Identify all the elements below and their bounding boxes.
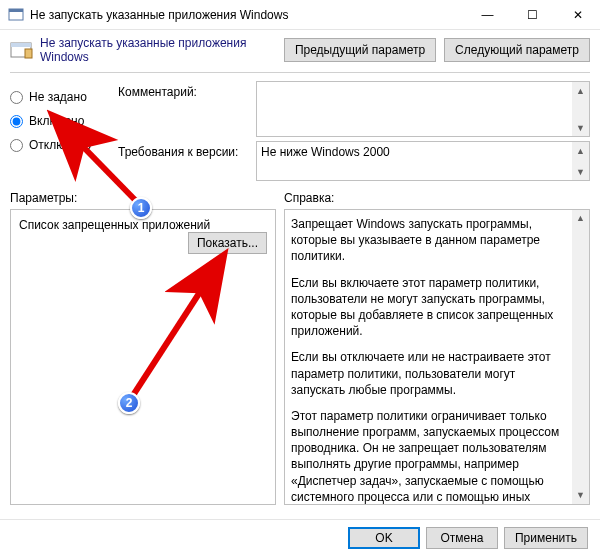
help-panel: Запрещает Windows запускать программы, к… [284,209,590,505]
help-text: Этот параметр политики ограничивает толь… [291,408,567,505]
help-text: Запрещает Windows запускать программы, к… [291,216,567,265]
comment-textarea[interactable]: ▲ ▼ [256,81,590,137]
comment-label: Комментарий: [118,81,248,141]
blocked-apps-label: Список запрещенных приложений [19,218,210,232]
radio-enabled-input[interactable] [10,115,23,128]
svg-rect-1 [9,9,23,12]
svg-rect-3 [11,43,31,47]
header: Не запускать указанные приложения Window… [0,30,600,72]
next-setting-button[interactable]: Следующий параметр [444,38,590,62]
upper-section: Не задано Включено Отключено Комментарий… [0,79,600,181]
radio-disabled-label: Отключено [29,138,91,152]
radio-disabled-input[interactable] [10,139,23,152]
radio-not-configured[interactable]: Не задано [10,85,110,109]
radio-not-configured-label: Не задано [29,90,87,104]
cancel-button[interactable]: Отмена [426,527,498,549]
scroll-up-icon[interactable]: ▲ [572,82,589,99]
field-labels: Комментарий: Требования к версии: [118,81,248,181]
show-button[interactable]: Показать... [188,232,267,254]
scroll-down-icon[interactable]: ▼ [572,163,589,180]
header-title: Не запускать указанные приложения Window… [40,36,276,64]
requirements-value: Не ниже Windows 2000 [261,145,390,159]
scroll-up-icon[interactable]: ▲ [572,210,589,227]
requirements-box: Не ниже Windows 2000 ▲ ▼ [256,141,590,181]
scrollbar[interactable]: ▲ ▼ [572,142,589,180]
section-labels: Параметры: Справка: [0,181,600,209]
maximize-button[interactable]: ☐ [510,0,555,30]
scrollbar[interactable]: ▲ ▼ [572,82,589,136]
prev-setting-button[interactable]: Предыдущий параметр [284,38,436,62]
lower-section: Список запрещенных приложений Показать..… [0,209,600,511]
apply-button[interactable]: Применить [504,527,588,549]
scrollbar[interactable]: ▲ ▼ [572,210,589,504]
scroll-down-icon[interactable]: ▼ [572,487,589,504]
parameters-panel: Список запрещенных приложений Показать..… [10,209,276,505]
help-text: Если вы отключаете или не настраиваете э… [291,349,567,398]
minimize-button[interactable]: — [465,0,510,30]
field-values: ▲ ▼ Не ниже Windows 2000 ▲ ▼ [256,81,590,181]
help-text: Если вы включаете этот параметр политики… [291,275,567,340]
scroll-down-icon[interactable]: ▼ [572,119,589,136]
parameters-label: Параметры: [10,191,284,205]
radio-enabled[interactable]: Включено [10,109,110,133]
titlebar: Не запускать указанные приложения Window… [0,0,600,30]
scroll-up-icon[interactable]: ▲ [572,142,589,159]
help-label: Справка: [284,191,590,205]
app-icon [8,7,24,23]
svg-rect-4 [25,49,32,58]
footer: OK Отмена Применить [0,519,600,555]
separator [10,72,590,73]
window-title: Не запускать указанные приложения Window… [30,8,465,22]
radio-enabled-label: Включено [29,114,84,128]
radio-not-configured-input[interactable] [10,91,23,104]
state-radio-group: Не задано Включено Отключено [10,81,110,181]
policy-icon [10,40,34,60]
ok-button[interactable]: OK [348,527,420,549]
close-button[interactable]: ✕ [555,0,600,30]
requirements-label: Требования к версии: [118,141,248,181]
radio-disabled[interactable]: Отключено [10,133,110,157]
